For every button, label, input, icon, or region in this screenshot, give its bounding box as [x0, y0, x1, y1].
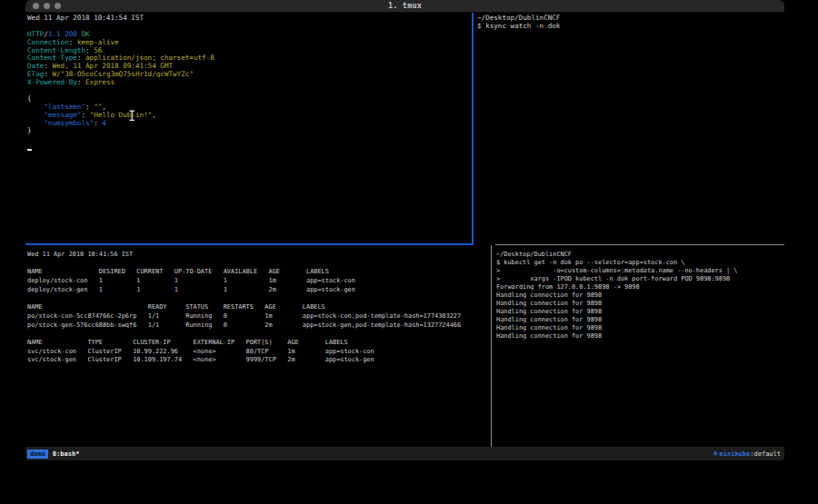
terminal-line: Handling connection for 9898: [496, 300, 787, 308]
pane-divider-left-horizontal[interactable]: [25, 243, 474, 245]
kube-namespace: default: [753, 450, 781, 458]
window-title: 1. tmux: [25, 1, 784, 10]
window-titlebar[interactable]: 1. tmux: [25, 0, 784, 13]
tmux-status-bar: demo 0:bash* ☸ minikube : default: [25, 447, 784, 460]
mouse-cursor: [128, 110, 136, 122]
terminal-line: po/stock-con-5cc874766c-2p6rp 1/1 Runnin…: [27, 312, 492, 321]
pane-ksync-watch[interactable]: ~/Desktop/DublinCNCF$ ksync watch -n dok: [474, 13, 787, 245]
terminal-line: NAME TYPE CLUSTER-IP EXTERNAL-IP PORT(S)…: [27, 339, 492, 348]
pane-kubectl-resources[interactable]: Wed 11 Apr 2018 10:41:56 ISTNAME DESIRED…: [25, 247, 492, 450]
terminal-line: svc/stock-gen ClusterIP 10.109.197.74 <n…: [27, 356, 492, 365]
terminal-line: [27, 23, 474, 31]
terminal-line: $ ksync watch -n dok: [477, 23, 787, 31]
terminal-line: $ kubectl get -n dok po --selector=app=s…: [496, 259, 787, 267]
pane-divider-top-vertical[interactable]: [472, 13, 474, 245]
terminal-line: Handling connection for 9898: [496, 308, 787, 316]
terminal-line: po/stock-gen-576cc688bb-swqf6 1/1 Runnin…: [27, 321, 492, 331]
terminal-line: [27, 294, 492, 303]
terminal-line: deploy/stock-gen 1 1 1 1 2m app=stock-ge…: [27, 286, 492, 295]
pane-divider-right-horizontal[interactable]: [495, 244, 784, 245]
session-name-badge: demo: [27, 450, 48, 459]
terminal-line: }: [27, 127, 474, 135]
terminal-line: deploy/stock-con 1 1 1 1 1m app=stock-co…: [27, 277, 492, 286]
terminal-line: "numsymbols": 4: [27, 120, 474, 128]
terminal-line: Handling connection for 9898: [496, 324, 787, 332]
terminal-line: Handling connection for 9898: [496, 332, 787, 341]
terminal-line: svc/stock-con ClusterIP 10.99.222.96 <no…: [27, 348, 492, 357]
terminal-line: NAME READY STATUS RESTARTS AGE LABELS: [27, 303, 492, 312]
terminal-line: [27, 330, 492, 339]
terminal-line: [27, 260, 492, 269]
window-list-item-active[interactable]: 0:bash*: [53, 450, 80, 458]
pane-divider-bottom-vertical[interactable]: [491, 245, 492, 447]
terminal-line: Wed 11 Apr 2018 10:41:54 IST: [27, 15, 474, 23]
terminal-line: Handling connection for 9898: [496, 292, 787, 300]
terminal-cursor: [27, 149, 32, 151]
kubernetes-icon: ☸: [713, 450, 718, 458]
kube-context: minikube: [720, 450, 751, 458]
terminal-line: NAME DESIRED CURRENT UP-TO-DATE AVAILABL…: [27, 268, 492, 277]
pane-http-response[interactable]: Wed 11 Apr 2018 10:41:54 ISTHTTP/1.1 200…: [25, 13, 474, 245]
desktop-background: 1. tmux Wed 11 Apr 2018 10:41:54 ISTHTTP…: [0, 0, 818, 504]
terminal-body: Wed 11 Apr 2018 10:41:54 ISTHTTP/1.1 200…: [25, 13, 784, 447]
terminal-line: [27, 87, 474, 95]
terminal-line: Wed 11 Apr 2018 10:41:56 IST: [27, 251, 492, 260]
pane-port-forward[interactable]: ~/Desktop/DublinCNCF$ kubectl get -n dok…: [494, 247, 787, 450]
terminal-window: 1. tmux Wed 11 Apr 2018 10:41:54 ISTHTTP…: [25, 0, 784, 461]
terminal-line: Handling connection for 9898: [496, 316, 787, 324]
terminal-line: > -o=custom-columns=:metadata.name --no-…: [496, 267, 787, 275]
terminal-line: > xargs -IPOD kubectl -n dok port-forwar…: [496, 275, 787, 283]
terminal-line: X-Powered-By: Express: [27, 79, 474, 87]
terminal-line: Forwarding from 127.0.0.1:9898 -> 9898: [496, 283, 787, 292]
terminal-line: ~/Desktop/DublinCNCF: [496, 251, 787, 259]
